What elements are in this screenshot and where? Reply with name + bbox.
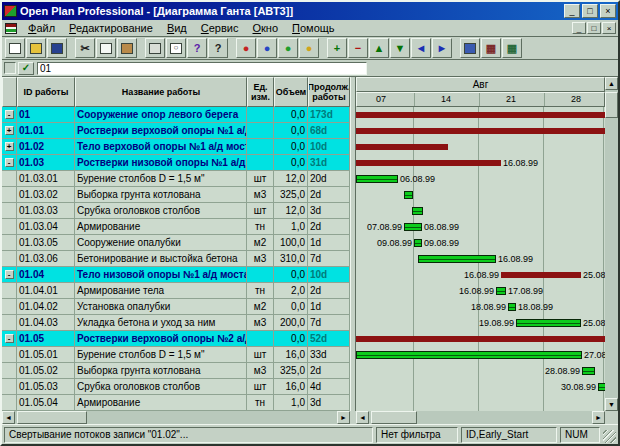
table-row-01.04.01[interactable]: 01.04.01Армирование телатн2,02d xyxy=(2,283,350,299)
task-bar-01.03.01[interactable] xyxy=(356,175,398,183)
print-button[interactable] xyxy=(145,38,165,58)
table-row-01.02[interactable]: +01.02Тело верховой опоры №1 а/д моста0,… xyxy=(2,139,350,155)
summary-bar-01.01[interactable] xyxy=(356,128,605,134)
table-row-01.04.02[interactable]: 01.04.02Установка опалубким20,01d xyxy=(2,299,350,315)
column-header-duration[interactable]: Продолж. работы xyxy=(308,77,350,107)
gantt-view-button[interactable]: ▦ xyxy=(481,38,501,58)
context-help-button[interactable]: ? xyxy=(208,38,228,58)
vertical-scroll-thumb[interactable] xyxy=(605,92,618,118)
column-header-name[interactable]: Название работы xyxy=(75,77,247,107)
delete-activity-button[interactable]: − xyxy=(348,38,368,58)
menu-help[interactable]: Помощь xyxy=(285,21,342,35)
table-row-01.03.05[interactable]: 01.03.05Сооружение опалубким2100,01d xyxy=(2,235,350,251)
gantt-hscroll-track[interactable] xyxy=(369,411,592,424)
task-bar-01.03.02[interactable] xyxy=(404,191,413,199)
child-window-icon[interactable] xyxy=(5,23,17,34)
move-down-button[interactable]: ▼ xyxy=(390,38,410,58)
editbar-confirm-button[interactable]: ✓ xyxy=(18,62,34,75)
scroll-up-button[interactable]: ▲ xyxy=(605,77,618,90)
task-bar-01.03.04[interactable] xyxy=(404,223,422,231)
task-bar-01.05.01[interactable] xyxy=(356,351,582,359)
move-up-button[interactable]: ▲ xyxy=(369,38,389,58)
minimize-button[interactable]: _ xyxy=(564,4,580,18)
monitor-view-button[interactable] xyxy=(460,38,480,58)
summary-bar-01.03[interactable] xyxy=(356,160,501,166)
outdent-button[interactable]: ◄ xyxy=(411,38,431,58)
vertical-scrollbar[interactable]: ▲ ▼ xyxy=(605,77,618,411)
column-header-unit[interactable]: Ед. изм. xyxy=(247,77,274,107)
add-activity-button[interactable]: + xyxy=(327,38,347,58)
menu-view[interactable]: Вид xyxy=(160,21,194,35)
gantt-scroll-left-button[interactable]: ◄ xyxy=(356,411,369,424)
task-bar-01.03.03[interactable] xyxy=(412,207,423,215)
expand-toggle[interactable]: + xyxy=(5,142,14,151)
collapse-toggle[interactable]: - xyxy=(5,158,14,167)
table-row-01[interactable]: -01Сооружение опор левого берега0,0173d xyxy=(2,107,350,123)
save-button[interactable] xyxy=(47,38,67,58)
time-now-button[interactable]: ● xyxy=(236,38,256,58)
table-row-01.03.02[interactable]: 01.03.02Выборка грунта котлованам3325,02… xyxy=(2,187,350,203)
summary-bar-01.05[interactable] xyxy=(356,336,605,342)
gantt-scroll-right-button[interactable]: ► xyxy=(592,411,605,424)
child-restore-button[interactable]: □ xyxy=(587,22,601,34)
table-scroll-left-button[interactable]: ◄ xyxy=(2,411,15,424)
table-row-01.03.06[interactable]: 01.03.06Бетонирование и выстойка бетонам… xyxy=(2,251,350,267)
paste-button[interactable] xyxy=(117,38,137,58)
indent-button[interactable]: ► xyxy=(432,38,452,58)
summary-bar-01[interactable] xyxy=(356,112,605,118)
copy-button[interactable] xyxy=(96,38,116,58)
task-bar-01.03.06[interactable] xyxy=(418,255,496,263)
summary-bar-01.02[interactable] xyxy=(356,144,448,150)
table-row-01.05[interactable]: -01.05Ростверки верховой опоры №2 а/д0,0… xyxy=(2,331,350,347)
cut-button[interactable]: ✂ xyxy=(75,38,95,58)
menu-edit[interactable]: Редактирование xyxy=(62,21,160,35)
resize-grip[interactable] xyxy=(603,430,616,443)
gantt-horizontal-scrollbar[interactable]: ◄ ► xyxy=(356,411,605,424)
menu-tools[interactable]: Сервис xyxy=(194,21,246,35)
child-minimize-button[interactable]: _ xyxy=(572,22,586,34)
table-horizontal-scrollbar[interactable]: ◄ ► xyxy=(2,411,350,424)
open-folder-button[interactable] xyxy=(26,38,46,58)
table-row-01.05.02[interactable]: 01.05.02Выборка грунта котлованам3325,02… xyxy=(2,363,350,379)
table-hscroll-track[interactable] xyxy=(15,411,337,424)
table-row-01.05.04[interactable]: 01.05.04Армированиетн1,03d xyxy=(2,395,350,411)
progress-clock-button[interactable]: ● xyxy=(278,38,298,58)
task-bar-01.05.02[interactable] xyxy=(582,367,595,375)
table-scroll-right-button[interactable]: ► xyxy=(337,411,350,424)
summary-bar-01.04[interactable] xyxy=(501,272,581,278)
task-bar-01.03.05[interactable] xyxy=(414,239,422,247)
child-close-button[interactable]: × xyxy=(602,22,616,34)
table-row-01.05.01[interactable]: 01.05.01Бурение столбов D = 1,5 м"шт16,0… xyxy=(2,347,350,363)
table-row-01.01[interactable]: +01.01Ростверки верховой опоры №1 а/д0,0… xyxy=(2,123,350,139)
task-bar-01.04.02[interactable] xyxy=(508,303,516,311)
table-row-01.03.03[interactable]: 01.03.03Срубка оголовков столбовшт12,03d xyxy=(2,203,350,219)
vertical-scroll-track[interactable] xyxy=(605,90,618,398)
print-preview-button[interactable]: ○ xyxy=(166,38,186,58)
table-row-01.03.01[interactable]: 01.03.01Бурение столбов D = 1,5 м"шт12,0… xyxy=(2,171,350,187)
close-button[interactable]: × xyxy=(600,4,616,18)
table-hscroll-thumb[interactable] xyxy=(17,411,87,424)
calendar-view-button[interactable]: ▦ xyxy=(502,38,522,58)
task-bar-01.05.03[interactable] xyxy=(598,383,605,391)
baseline-dates-button[interactable]: ● xyxy=(257,38,277,58)
table-row-01.03[interactable]: -01.03Ростверки низовой опоры №1 а/д м0,… xyxy=(2,155,350,171)
table-row-01.04.03[interactable]: 01.04.03Укладка бетона и уход за нимм320… xyxy=(2,315,350,331)
collapse-toggle[interactable]: - xyxy=(5,270,14,279)
menu-window[interactable]: Окно xyxy=(245,21,285,35)
app-icon[interactable] xyxy=(4,5,17,17)
gantt-hscroll-thumb[interactable] xyxy=(371,411,417,424)
edit-field[interactable] xyxy=(37,62,367,75)
scroll-down-button[interactable]: ▼ xyxy=(605,398,618,411)
table-row-01.03.04[interactable]: 01.03.04Армированиетн1,02d xyxy=(2,219,350,235)
menu-file[interactable]: Файл xyxy=(21,21,62,35)
collapse-toggle[interactable]: - xyxy=(5,334,14,343)
table-row-01.04[interactable]: -01.04Тело низовой опоры №1 а/д моста0,0… xyxy=(2,267,350,283)
maximize-button[interactable]: □ xyxy=(582,4,598,18)
column-header-id[interactable]: ID работы xyxy=(17,77,75,107)
task-bar-01.04.01[interactable] xyxy=(496,287,506,295)
column-header-volume[interactable]: Объем xyxy=(274,77,308,107)
target-clock-button[interactable]: ● xyxy=(299,38,319,58)
help-button[interactable]: ? xyxy=(187,38,207,58)
new-document-button[interactable] xyxy=(5,38,25,58)
collapse-toggle[interactable]: - xyxy=(5,110,14,119)
